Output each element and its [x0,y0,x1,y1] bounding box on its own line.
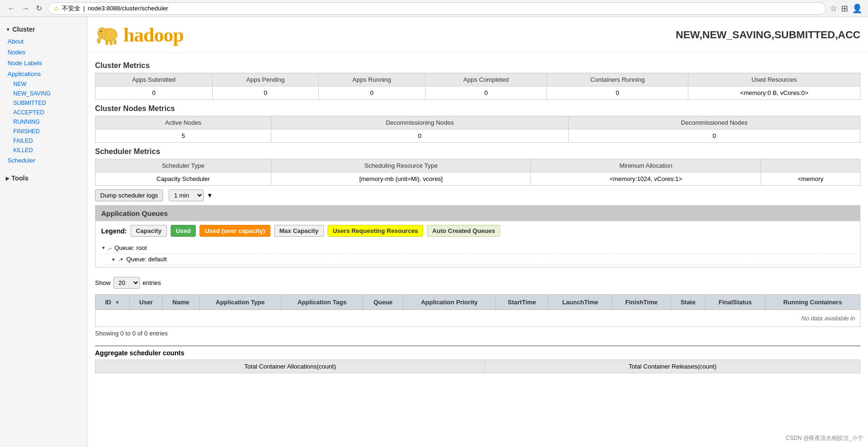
sidebar-sub-item-failed[interactable]: FAILED [0,136,87,146]
col-id[interactable]: ID ▼ [95,295,130,310]
legend-over-capacity: Used (over capacity) [200,225,270,237]
col-state: State [671,295,705,310]
address-bar[interactable]: ⚠ 不安全 | node3:8088/cluster/scheduler [48,2,826,15]
legend-label: Legend: [101,227,127,235]
cm-col-used: Used Resources [688,73,860,86]
no-data-row: No data available in [95,310,860,327]
cluster-label: Cluster [12,26,35,33]
legend-max-capacity: Max Capacity [274,225,324,237]
legend-used: Used [171,225,196,237]
col-app-tags: Application Tags [281,295,363,310]
cn-col-decommissioning: Decommissioning Nodes [271,116,568,129]
col-running-containers: Running Containers [765,295,860,310]
legend-requesting: Users Requesting Resources [328,225,424,237]
interval-select[interactable]: 1 min 5 min 10 min 30 min [169,189,204,201]
star-icon[interactable]: ☆ [830,3,837,14]
dump-scheduler-logs-button[interactable]: Dump scheduler logs [95,189,163,201]
cm-val-running: 0 [319,86,425,100]
sidebar-sub-item-killed[interactable]: KILLED [0,146,87,155]
cm-col-containers: Containers Running [547,73,688,86]
col-name: Name [162,295,199,310]
forward-button[interactable]: → [20,3,31,14]
sidebar-item-nodes[interactable]: Nodes [0,47,87,58]
back-button[interactable]: ← [6,3,17,14]
sidebar-item-about[interactable]: About [0,36,87,47]
hadoop-elephant-icon [95,22,123,48]
sm-val-type: Capacity Scheduler [95,172,271,186]
cluster-header[interactable]: ▼ Cluster [0,23,87,36]
apps-table-header-row: ID ▼ User Name Application Type Applicat… [95,295,860,310]
sort-icon-id: ▼ [115,300,120,305]
sidebar: ▼ Cluster About Nodes Node Labels Applic… [0,17,87,447]
browser-chrome: ← → ↻ ⚠ 不安全 | node3:8088/cluster/schedul… [0,0,868,17]
aggregate-title: Aggregate scheduler counts [95,349,860,357]
sm-col-extra [761,159,860,172]
aggregate-header-row: Total Container Allocations(count) Total… [95,360,860,373]
queue-default-prefix: .+ [118,256,123,263]
browser-actions: ☆ ⊞ 👤 [830,3,862,14]
col-user: User [130,295,162,310]
svg-rect-5 [106,40,108,45]
main-content: hadoop NEW,NEW_SAVING,SUBMITTED,ACC Clus… [87,17,868,447]
sidebar-item-applications[interactable]: Applications [0,69,87,79]
cluster-nodes-table: Active Nodes Decommissioning Nodes Decom… [95,116,860,143]
app-container: ▼ Cluster About Nodes Node Labels Applic… [0,17,868,447]
browser-nav: ← → ↻ [6,3,44,14]
cn-val-decommissioning: 0 [271,129,568,143]
aggregate-table: Total Container Allocations(count) Total… [95,360,860,373]
sidebar-sub-item-accepted[interactable]: ACCEPTED [0,108,87,117]
cn-val-decommissioned: 0 [568,129,860,143]
col-finish-time: FinishTime [612,295,671,310]
refresh-button[interactable]: ↻ [34,3,44,14]
legend-auto-created: Auto Created Queues [427,225,500,237]
hadoop-logo: hadoop [95,22,183,48]
show-label: Show [95,279,111,286]
queue-root-name: Queue: root [114,244,147,251]
sm-col-type: Scheduler Type [95,159,271,172]
entries-label: entries [143,279,161,286]
cluster-section: ▼ Cluster About Nodes Node Labels Applic… [0,21,87,168]
queue-root-toggle[interactable]: ▾ [102,245,105,251]
sidebar-sub-item-new[interactable]: NEW [0,79,87,89]
agg-col-releases: Total Container Releases(count) [485,360,860,373]
cluster-nodes-title: Cluster Nodes Metrics [95,104,860,113]
tools-header[interactable]: ▶ Tools [0,172,87,185]
queue-tree: ▾ .- Queue: root ▸ .+ Queue: default [95,241,860,267]
extension-icon[interactable]: ⊞ [841,3,848,14]
cm-col-pending: Apps Pending [212,73,318,86]
cm-val-pending: 0 [212,86,318,100]
cm-col-submitted: Apps Submitted [95,73,213,86]
entries-per-page-select[interactable]: 10 20 50 100 [113,277,140,289]
col-app-priority: Application Priority [403,295,495,310]
scheduler-metrics-title: Scheduler Metrics [95,147,860,156]
sidebar-item-node-labels[interactable]: Node Labels [0,58,87,69]
url-separator: | [83,5,85,12]
interval-label: ▼ [207,192,213,199]
queue-item-root: ▾ .- Queue: root [99,242,856,254]
profile-icon[interactable]: 👤 [852,3,862,14]
cm-val-resources: <memory:0 B, vCores:0> [688,86,860,100]
header-status-text: NEW,NEW_SAVING,SUBMITTED,ACC [676,29,860,41]
queue-default-name: Queue: default [126,256,166,263]
cn-col-active: Active Nodes [95,116,271,129]
queue-default-toggle[interactable]: ▸ [113,256,115,262]
watermark: CSDN @夜夜流光相皎洁_小宁 [786,434,863,442]
page-content: Cluster Metrics Apps Submitted Apps Pend… [87,53,868,377]
queues-legend: Legend: Capacity Used Used (over capacit… [95,221,860,241]
cm-col-running: Apps Running [319,73,425,86]
sm-val-resource-type: [memory-mb (unit=Mi), vcores] [271,172,531,186]
sm-val-extra: <memory [761,172,860,186]
cn-col-decommissioned: Decommissioned Nodes [568,116,860,129]
sidebar-item-scheduler[interactable]: Scheduler [0,155,87,166]
tools-section: ▶ Tools [0,168,87,187]
col-app-type: Application Type [200,295,281,310]
col-start-time: StartTime [495,295,548,310]
sidebar-sub-item-submitted[interactable]: SUBMITTED [0,98,87,108]
sidebar-sub-item-new-saving[interactable]: NEW_SAVING [0,89,87,98]
svg-rect-6 [110,40,113,45]
cluster-nodes-row: 5 0 0 [95,129,860,143]
sm-val-min-alloc: <memory:1024, vCores:1> [531,172,761,186]
svg-point-3 [99,33,103,40]
sidebar-sub-item-running[interactable]: RUNNING [0,117,87,127]
sidebar-sub-item-finished[interactable]: FINISHED [0,127,87,136]
